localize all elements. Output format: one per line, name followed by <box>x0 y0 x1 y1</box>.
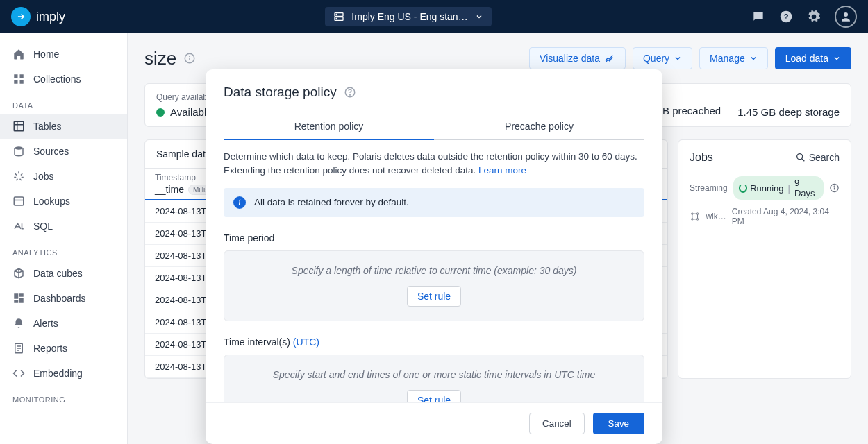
status-chip: Running | 9 Days <box>733 176 824 200</box>
set-rule-time-period-button[interactable]: Set rule <box>407 286 461 307</box>
sidebar-item-label: Home <box>33 49 59 60</box>
query-button[interactable]: Query <box>633 47 692 69</box>
sidebar-item-label: Jobs <box>33 171 54 182</box>
time-period-heading: Time period <box>224 232 644 244</box>
tab-precache-policy[interactable]: Precache policy <box>434 114 644 139</box>
svg-point-3 <box>336 18 337 19</box>
svg-point-36 <box>696 219 699 221</box>
cubes-icon <box>12 267 25 280</box>
sidebar-item-label: Tables <box>33 121 61 132</box>
jobs-search-button[interactable]: Search <box>795 152 840 163</box>
sidebar-item-label: Reports <box>33 343 67 354</box>
sidebar-item-jobs[interactable]: Jobs <box>0 164 127 189</box>
sidebar-item-embedding[interactable]: Embedding <box>0 361 127 386</box>
chevron-down-icon <box>749 54 758 62</box>
help-icon[interactable] <box>344 86 356 99</box>
project-selector[interactable]: Imply Eng US - Eng stan… <box>325 7 491 26</box>
info-text: All data is retained forever by default. <box>254 197 409 207</box>
time-intervals-box: Specify start and end times of one or mo… <box>224 355 644 403</box>
search-icon <box>795 152 806 163</box>
svg-point-2 <box>336 14 337 15</box>
cancel-button[interactable]: Cancel <box>529 413 585 434</box>
spinner-icon <box>739 183 747 193</box>
data-storage-policy-modal: Data storage policy Retention policy Pre… <box>206 69 662 444</box>
sources-icon <box>12 145 25 157</box>
job-detail-row[interactable]: wik… Created Aug 4, 2024, 3:04 PM <box>690 207 840 226</box>
chevron-down-icon <box>674 54 682 62</box>
sidebar-item-label: Alerts <box>33 318 58 329</box>
sidebar-item-label: Collections <box>33 74 81 85</box>
svg-rect-10 <box>20 80 24 84</box>
info-icon[interactable] <box>829 182 840 194</box>
chevron-down-icon <box>833 54 841 62</box>
gear-icon[interactable] <box>807 10 821 24</box>
chat-icon[interactable] <box>751 10 765 24</box>
nav-section-data: DATA <box>0 92 127 114</box>
svg-point-32 <box>834 186 835 187</box>
svg-text:?: ? <box>783 12 788 21</box>
visualize-button[interactable]: Visualize data <box>529 47 626 69</box>
svg-point-14 <box>15 146 23 150</box>
stream-icon <box>690 211 700 222</box>
sidebar: Home Collections DATA Tables Sources Job… <box>0 33 128 444</box>
svg-rect-20 <box>14 300 18 303</box>
tab-retention-policy[interactable]: Retention policy <box>224 114 434 140</box>
help-icon[interactable]: ? <box>779 10 793 24</box>
tables-icon <box>12 120 25 133</box>
sidebar-item-collections[interactable]: Collections <box>0 67 127 92</box>
svg-rect-8 <box>20 74 24 78</box>
learn-more-link[interactable]: Learn more <box>478 165 526 176</box>
streaming-label: Streaming <box>690 183 728 193</box>
brand-logo[interactable]: imply <box>11 7 65 26</box>
save-button[interactable]: Save <box>593 413 644 434</box>
column-name: __time <box>155 184 184 195</box>
set-rule-time-intervals-button[interactable]: Set rule <box>407 390 461 403</box>
modal-description: Determine which data to keep. Polaris de… <box>224 150 644 178</box>
manage-button[interactable]: Manage <box>699 47 768 69</box>
chevron-down-icon <box>475 12 483 21</box>
app-header: imply Imply Eng US - Eng stan… ? <box>0 0 868 33</box>
search-label: Search <box>809 152 840 163</box>
streaming-job-row[interactable]: Streaming Running | 9 Days <box>690 176 840 200</box>
load-data-label: Load data <box>785 53 828 64</box>
svg-point-38 <box>349 94 350 95</box>
nav-section-monitoring: MONITORING <box>0 386 127 408</box>
sidebar-item-tables[interactable]: Tables <box>0 114 127 139</box>
info-icon[interactable] <box>183 52 196 65</box>
sidebar-item-sql[interactable]: SQL <box>0 214 127 239</box>
brand-name: imply <box>36 10 65 24</box>
sidebar-item-label: Embedding <box>33 368 83 379</box>
jobs-panel: Jobs Search Streaming Running | 9 Days <box>678 139 851 379</box>
user-avatar[interactable] <box>835 6 857 28</box>
page-title: size <box>144 48 176 69</box>
svg-point-6 <box>844 12 848 17</box>
time-period-hint: Specify a length of time relative to cur… <box>238 265 630 276</box>
sidebar-item-alerts[interactable]: Alerts <box>0 311 127 336</box>
svg-line-29 <box>801 159 804 162</box>
svg-rect-15 <box>14 197 24 205</box>
sidebar-item-label: Sources <box>33 146 69 157</box>
svg-point-33 <box>692 213 694 215</box>
jobs-title: Jobs <box>690 151 713 164</box>
svg-point-28 <box>796 154 802 160</box>
manage-label: Manage <box>710 53 745 64</box>
sidebar-item-datacubes[interactable]: Data cubes <box>0 261 127 286</box>
svg-rect-17 <box>14 293 18 299</box>
status-dot-icon <box>156 108 165 117</box>
sidebar-item-reports[interactable]: Reports <box>0 336 127 361</box>
sidebar-item-home[interactable]: Home <box>0 42 127 67</box>
chart-icon <box>604 53 615 64</box>
status-duration: 9 Days <box>794 178 818 198</box>
alerts-icon <box>12 317 25 330</box>
visualize-label: Visualize data <box>540 53 600 64</box>
sidebar-item-lookups[interactable]: Lookups <box>0 189 127 214</box>
time-period-box: Specify a length of time relative to cur… <box>224 250 644 321</box>
sidebar-item-sources[interactable]: Sources <box>0 139 127 164</box>
load-data-button[interactable]: Load data <box>775 47 851 69</box>
logo-icon <box>11 7 31 26</box>
sidebar-item-dashboards[interactable]: Dashboards <box>0 286 127 311</box>
lookups-icon <box>12 195 25 207</box>
sidebar-item-label: Lookups <box>33 196 70 207</box>
query-label: Query <box>643 53 669 64</box>
modal-title: Data storage policy <box>224 85 337 100</box>
